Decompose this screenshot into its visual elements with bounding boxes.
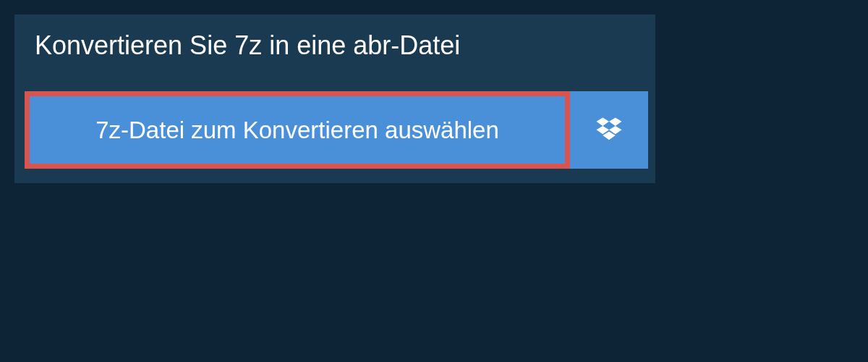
select-file-label: 7z-Datei zum Konvertieren auswählen [95, 117, 499, 144]
button-row: 7z-Datei zum Konvertieren auswählen [14, 77, 655, 183]
dropbox-button[interactable] [570, 91, 648, 169]
dropbox-icon [594, 115, 624, 146]
converter-panel: Konvertieren Sie 7z in eine abr-Datei 7z… [14, 14, 655, 183]
page-title: Konvertieren Sie 7z in eine abr-Datei [14, 14, 655, 77]
select-file-button[interactable]: 7z-Datei zum Konvertieren auswählen [25, 91, 570, 169]
